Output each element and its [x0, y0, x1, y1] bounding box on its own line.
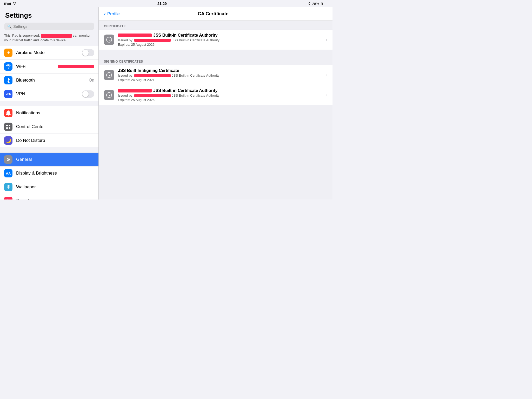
- cert-expires-signing-1: Expires: 25 August 2026: [118, 98, 324, 102]
- bluetooth-icon: [308, 2, 310, 6]
- nav-header: ‹ Profile CA Certificate: [99, 7, 332, 21]
- cert-title-suffix-0: JSS Built-in Certificate Authority: [153, 33, 217, 38]
- cert-icon-signing-1: [104, 90, 114, 100]
- nav-title: CA Certificate: [120, 11, 307, 17]
- sidebar-item-general[interactable]: ⚙ General: [0, 152, 98, 167]
- cert-issued-label-signing-1: Issued by:: [118, 94, 133, 97]
- wallpaper-label: Wallpaper: [16, 184, 36, 190]
- airplane-toggle[interactable]: [82, 49, 94, 56]
- sounds-icon: 🔈: [4, 197, 12, 200]
- sidebar-item-bluetooth[interactable]: Bluetooth On: [0, 74, 98, 87]
- cert-title-signing-0: JSS Built-In Signing Certificate: [118, 68, 324, 73]
- notifications-icon: [4, 109, 12, 117]
- settings-group-system: Notifications Control Center: [0, 106, 98, 147]
- cert-info-signing-0: JSS Built-In Signing Certificate Issued …: [118, 68, 324, 82]
- donotdisturb-icon: 🌙: [4, 136, 12, 145]
- vpn-label: VPN: [16, 91, 25, 97]
- display-icon: AA: [4, 169, 12, 177]
- cert-subtitle-signing-0: Issued by: JSS Built-in Certificate Auth…: [118, 74, 324, 77]
- svg-rect-0: [6, 125, 8, 126]
- svg-rect-1: [9, 125, 10, 126]
- cert-card-signing: JSS Built-In Signing Certificate Issued …: [99, 65, 332, 105]
- cert-icon-0: [104, 35, 114, 45]
- bluetooth-value-container: On: [89, 78, 94, 83]
- wifi-icon: [12, 2, 17, 6]
- sidebar-item-vpn[interactable]: VPN VPN: [0, 87, 98, 101]
- status-bar-time: 21:29: [157, 2, 167, 6]
- cert-issued-redacted-signing-0: [134, 74, 171, 77]
- general-icon: ⚙: [4, 155, 12, 164]
- cert-issued-label-0: Issued by:: [118, 38, 133, 42]
- cert-title-redacted-0: [118, 34, 152, 37]
- cert-subtitle-signing-1: Issued by: JSS Built-in Certificate Auth…: [118, 94, 324, 97]
- supervised-notice: This iPad is supervised. can monitor you…: [4, 33, 94, 43]
- settings-group-appearance: ⚙ General AA Display & Brightness ❋ Wall…: [0, 152, 98, 200]
- controlcenter-icon: [4, 123, 12, 131]
- supervised-redacted: [41, 34, 72, 38]
- cert-item-signing-0[interactable]: JSS Built-In Signing Certificate Issued …: [99, 65, 332, 85]
- sidebar-item-airplane[interactable]: ✈ Airplane Mode: [0, 46, 98, 60]
- sidebar: Settings 🔍 This iPad is supervised. can …: [0, 7, 99, 200]
- battery-percent: 28%: [312, 2, 319, 6]
- cert-item-0[interactable]: JSS Built-in Certificate Authority Issue…: [99, 30, 332, 50]
- settings-group-connectivity: ✈ Airplane Mode Wi-Fi: [0, 46, 98, 101]
- section-header-signing: SIGNING CERTIFICATES: [99, 56, 332, 65]
- cert-issued-suffix-signing-1: JSS Built-in Certificate Authority: [172, 94, 220, 97]
- back-chevron-icon: ‹: [104, 11, 106, 17]
- controlcenter-label: Control Center: [16, 124, 45, 129]
- cert-expires-signing-0: Expires: 24 August 2021: [118, 78, 324, 82]
- cert-title-redacted-signing-1: [118, 89, 152, 92]
- airplane-label: Airplane Mode: [16, 50, 45, 55]
- back-button[interactable]: ‹ Profile: [104, 11, 120, 17]
- ipad-label: iPad: [4, 2, 11, 6]
- vpn-icon: VPN: [4, 90, 12, 98]
- bluetooth-label: Bluetooth: [16, 78, 35, 83]
- wallpaper-icon: ❋: [4, 183, 12, 191]
- svg-rect-3: [9, 127, 10, 129]
- cert-item-signing-1[interactable]: JSS Built-in Certificate Authority Issue…: [99, 85, 332, 105]
- sidebar-item-controlcenter[interactable]: Control Center: [0, 120, 98, 134]
- status-bar: iPad 21:29 28%: [0, 0, 332, 7]
- sidebar-item-sounds[interactable]: 🔈 Sounds: [0, 194, 98, 200]
- bluetooth-settings-icon: [4, 76, 12, 84]
- cert-info-0: JSS Built-in Certificate Authority Issue…: [118, 33, 324, 46]
- bluetooth-value: On: [89, 78, 94, 83]
- wifi-value-container: [58, 65, 94, 68]
- sidebar-item-wifi[interactable]: Wi-Fi: [0, 60, 98, 74]
- battery-icon: [321, 2, 328, 5]
- wifi-label: Wi-Fi: [16, 64, 26, 69]
- svg-rect-2: [6, 127, 8, 129]
- cert-info-signing-1: JSS Built-in Certificate Authority Issue…: [118, 88, 324, 102]
- sidebar-content: ✈ Airplane Mode Wi-Fi: [0, 46, 98, 200]
- search-bar[interactable]: 🔍: [4, 23, 94, 30]
- wifi-settings-icon: [4, 62, 12, 71]
- display-label: Display & Brightness: [16, 171, 57, 176]
- section-header-certificate: CERTIFICATE: [99, 21, 332, 30]
- search-input[interactable]: [13, 24, 91, 29]
- cert-issued-suffix-0: JSS Built-in Certificate Authority: [172, 38, 220, 42]
- cert-issued-redacted-signing-1: [134, 94, 171, 97]
- sidebar-item-wallpaper[interactable]: ❋ Wallpaper: [0, 180, 98, 194]
- status-bar-left: iPad: [4, 2, 17, 6]
- cert-title-signing-1: JSS Built-in Certificate Authority: [118, 88, 324, 93]
- sidebar-item-donotdisturb[interactable]: 🌙 Do Not Disturb: [0, 134, 98, 147]
- cert-issued-suffix-signing-0: JSS Built-in Certificate Authority: [172, 74, 220, 77]
- vpn-toggle[interactable]: [82, 90, 94, 98]
- cert-expires-0: Expires: 25 August 2026: [118, 43, 324, 46]
- airplane-toggle-container: [82, 49, 94, 56]
- cert-chevron-signing-0: ›: [326, 72, 327, 78]
- main-layout: Settings 🔍 This iPad is supervised. can …: [0, 7, 332, 200]
- sidebar-title: Settings: [0, 7, 98, 22]
- sounds-label: Sounds: [16, 198, 31, 200]
- general-label: General: [16, 157, 32, 162]
- cert-card-certificate: JSS Built-in Certificate Authority Issue…: [99, 30, 332, 50]
- back-label: Profile: [107, 11, 120, 17]
- notifications-label: Notifications: [16, 110, 40, 116]
- right-panel: ‹ Profile CA Certificate CERTIFICATE: [99, 7, 332, 200]
- sidebar-item-notifications[interactable]: Notifications: [0, 106, 98, 120]
- vpn-toggle-container: [82, 90, 94, 98]
- cert-title-0: JSS Built-in Certificate Authority: [118, 33, 324, 38]
- cert-chevron-0: ›: [326, 37, 327, 43]
- sidebar-item-display[interactable]: AA Display & Brightness: [0, 167, 98, 180]
- cert-issued-label-signing-0: Issued by:: [118, 74, 133, 77]
